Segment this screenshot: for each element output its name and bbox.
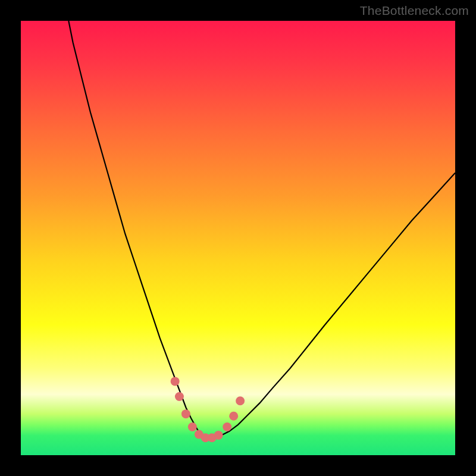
highlight-point — [214, 431, 223, 440]
highlight-point — [236, 396, 245, 405]
highlight-point — [171, 377, 180, 386]
highlight-point — [223, 422, 231, 431]
plot-area — [21, 21, 455, 455]
curve-layer — [21, 21, 455, 455]
highlight-point — [175, 392, 184, 401]
highlight-point — [188, 422, 197, 431]
highlight-markers — [171, 377, 245, 442]
chart-frame: TheBottleneck.com — [0, 0, 476, 476]
bottleneck-curve — [68, 21, 455, 438]
highlight-point — [181, 409, 190, 418]
highlight-point — [229, 412, 238, 421]
watermark-text: TheBottleneck.com — [360, 4, 469, 18]
